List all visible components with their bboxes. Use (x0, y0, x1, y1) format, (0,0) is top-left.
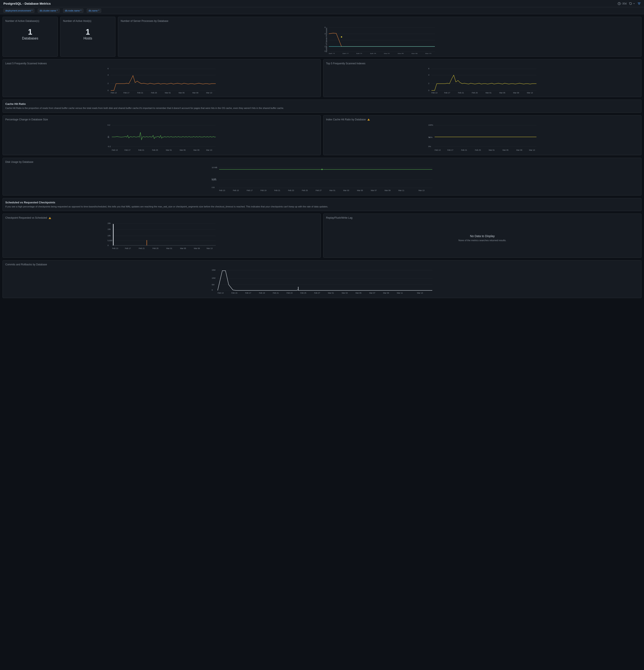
svg-text:Mar 01: Mar 01 (166, 149, 172, 151)
page-title: PostgreSQL - Database Metrics (3, 2, 51, 5)
svg-text:Feb 21: Feb 21 (461, 149, 467, 151)
svg-text:Mar 01: Mar 01 (384, 53, 390, 54)
svg-text:Feb 25: Feb 25 (472, 92, 478, 94)
row-indexes: Least 5 Frequently Scanned Indexes 6 4 2… (2, 59, 642, 97)
svg-text:Feb 25: Feb 25 (370, 53, 376, 54)
svg-text:0: 0 (108, 135, 109, 137)
svg-point-11 (341, 36, 342, 38)
panel-commits-rollbacks: Commits and Rollbacks by Database 15M 10… (2, 260, 642, 298)
checkpoint-requested-title: Checkpoint Requested vs Scheduled (5, 216, 318, 219)
svg-text:Feb 27: Feb 27 (314, 292, 320, 294)
svg-text:Feb 21: Feb 21 (138, 149, 144, 151)
svg-text:0: 0 (428, 89, 429, 92)
svg-text:20k: 20k (108, 222, 111, 224)
panel-active-hosts: Number of Active Host(s) 1 Hosts (60, 17, 115, 57)
svg-text:Feb 17: Feb 17 (124, 149, 131, 151)
svg-text:Mar 01: Mar 01 (165, 92, 171, 94)
svg-text:Feb 23: Feb 23 (287, 292, 292, 294)
svg-text:Mar 07: Mar 07 (371, 189, 377, 191)
filter-control[interactable] (638, 2, 641, 5)
pct-change-title: Percentage Change in Database Size (5, 118, 318, 121)
active-hosts-title: Number of Active Host(s) (63, 19, 113, 23)
server-processes-title: Number of Server Processes by Database (121, 19, 639, 23)
svg-text:Mar 09: Mar 09 (383, 292, 389, 294)
svg-point-91 (321, 169, 323, 170)
svg-text:Feb 21: Feb 21 (356, 53, 362, 54)
svg-text:Feb 13: Feb 13 (219, 189, 225, 191)
svg-text:Mar 13: Mar 13 (417, 292, 423, 294)
svg-text:0: 0 (108, 89, 109, 92)
active-hosts-value: 1 (63, 24, 113, 37)
svg-text:Mar 09: Mar 09 (513, 92, 519, 94)
svg-text:5 MB: 5 MB (212, 178, 216, 180)
panel-top-scanned: Top 5 Frequently Scanned Indexes 6 4 2 0… (323, 59, 642, 97)
svg-text:50%: 50% (429, 136, 433, 138)
svg-text:Mar 05: Mar 05 (179, 92, 184, 94)
no-data-title: No Data to Display (470, 234, 495, 238)
svg-text:Feb 27: Feb 27 (316, 189, 321, 191)
svg-text:Feb 21: Feb 21 (274, 189, 280, 191)
svg-text:Feb 13: Feb 13 (431, 92, 437, 94)
warning-icon (367, 119, 370, 121)
commits-rollbacks-title: Commits and Rollbacks by Database (5, 263, 639, 266)
cache-hit-title: Cache Hit Ratio (5, 102, 639, 106)
svg-text:Feb 19: Feb 19 (260, 189, 266, 191)
checkpoints-desc: If you see a high percentage of checkpoi… (5, 205, 639, 209)
index-cache-hit-title: Index Cache Hit Ratio by Database (326, 118, 639, 121)
disk-usage-title: Disk Usage by Database (5, 161, 639, 163)
svg-text:Mar 13: Mar 13 (425, 53, 431, 54)
filter-db-name[interactable]: db.name * (87, 9, 101, 13)
svg-text:10M: 10M (212, 277, 216, 279)
svg-text:6: 6 (428, 67, 429, 70)
header-controls: -30d (618, 2, 641, 5)
active-databases-value: 1 (5, 24, 55, 37)
svg-text:Feb 21: Feb 21 (458, 92, 464, 94)
svg-text:Mar 05: Mar 05 (398, 53, 404, 54)
svg-text:Feb 21: Feb 21 (137, 92, 143, 94)
svg-text:Feb 25: Feb 25 (475, 149, 481, 151)
svg-text:0: 0 (212, 289, 213, 291)
svg-text:4: 4 (428, 74, 429, 76)
svg-text:Mar 05: Mar 05 (503, 149, 508, 151)
svg-text:Feb 13: Feb 13 (329, 53, 335, 54)
svg-text:Mar 07: Mar 07 (369, 292, 375, 294)
svg-text:-0.2: -0.2 (108, 145, 111, 148)
svg-text:Feb 19: Feb 19 (259, 292, 265, 294)
panel-disk-usage: Disk Usage by Database 10 MB Bytes 5 MB … (2, 158, 642, 196)
panel-active-databases: Number of Active Database(s) 1 Databases (2, 17, 58, 57)
svg-text:Feb 13: Feb 13 (112, 247, 118, 250)
panel-least-scanned: Least 5 Frequently Scanned Indexes 6 4 2… (2, 59, 321, 97)
svg-text:Feb 15: Feb 15 (233, 189, 239, 191)
panel-pct-change: Percentage Change in Database Size 0.2 %… (2, 115, 321, 155)
svg-text:Feb 17: Feb 17 (444, 92, 450, 94)
server-processes-chart: 6 4 2 0 Number of Server Processes (121, 24, 639, 54)
svg-text:Number of Server Processes: Number of Server Processes (325, 28, 328, 52)
svg-text:Feb 25: Feb 25 (152, 247, 159, 250)
refresh-control[interactable] (629, 2, 635, 5)
no-data-subtitle: None of the metrics searches returned re… (458, 239, 506, 242)
time-range-control[interactable]: -30d (618, 2, 627, 5)
svg-text:4: 4 (108, 74, 109, 76)
filter-node[interactable]: db.node.name * (63, 9, 83, 13)
svg-text:2: 2 (108, 82, 109, 84)
filter-deployment[interactable]: deployment.environment * (3, 9, 35, 13)
row-checkpoints: Checkpoint Requested vs Scheduled 20k 15… (2, 214, 642, 258)
svg-text:Feb 25: Feb 25 (152, 149, 158, 151)
svg-text:10 MB: 10 MB (212, 166, 217, 169)
svg-text:Feb 21: Feb 21 (139, 247, 145, 250)
svg-text:Feb 25: Feb 25 (300, 292, 306, 294)
svg-text:Feb 15: Feb 15 (231, 292, 237, 294)
checkpoints-title: Scheduled vs Requested Checkpoints (5, 201, 639, 205)
svg-text:Feb 17: Feb 17 (247, 189, 252, 191)
top-scanned-title: Top 5 Frequently Scanned Indexes (326, 62, 639, 65)
svg-text:Feb 17: Feb 17 (125, 247, 131, 250)
svg-text:Mar 01: Mar 01 (328, 292, 334, 294)
active-databases-label: Databases (5, 37, 55, 44)
svg-text:6: 6 (108, 67, 109, 70)
svg-text:Feb 25: Feb 25 (302, 189, 308, 191)
filter-cluster[interactable]: db.cluster.name * (38, 9, 59, 13)
svg-text:Feb 13: Feb 13 (218, 292, 223, 294)
svg-text:Feb 17: Feb 17 (447, 149, 453, 151)
least-scanned-title: Least 5 Frequently Scanned Indexes (5, 62, 318, 65)
svg-text:15k: 15k (108, 228, 111, 230)
